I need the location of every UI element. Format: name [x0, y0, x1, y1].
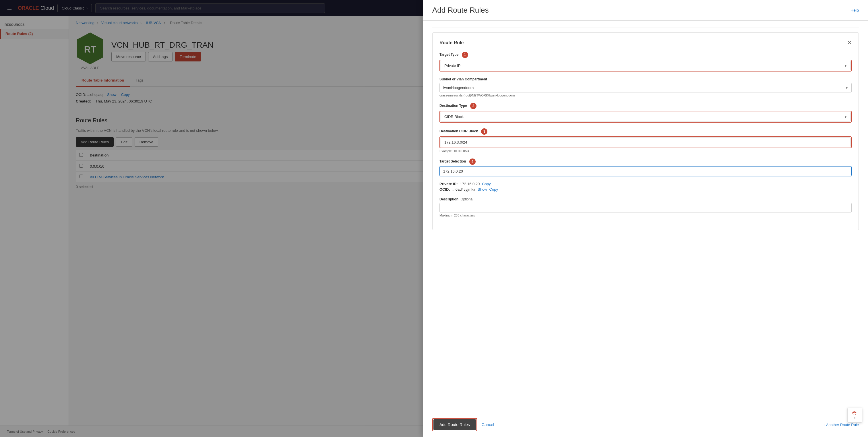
another-route-rule-button[interactable]: + Another Route Rule	[823, 423, 859, 427]
route-rule-card-title: Route Rule ✕	[439, 40, 851, 46]
step-2-badge: 2	[470, 103, 476, 109]
help-widget-dots: ⠿	[854, 416, 856, 420]
subnet-compartment-select[interactable]: IwanHoogendoorn	[439, 83, 851, 92]
destination-cidr-highlight	[439, 136, 851, 148]
add-route-rules-submit-button[interactable]: Add Route Rules	[433, 419, 476, 430]
subnet-compartment-group: Subnet or Vlan Compartment IwanHoogendoo…	[439, 77, 851, 97]
destination-type-select[interactable]: CIDR Block	[441, 112, 850, 121]
subnet-compartment-hint: oraseemeaocids (root)/NETWORK/IwanHoogen…	[439, 94, 851, 97]
help-widget[interactable]: ⛑ ⠿	[847, 408, 862, 423]
target-selection-group: Target Selection 4	[439, 158, 851, 176]
cancel-button[interactable]: Cancel	[482, 423, 494, 427]
step-4-badge: 4	[469, 158, 476, 165]
destination-cidr-label: Destination CIDR Block 3	[439, 128, 851, 135]
step-3-badge: 3	[481, 128, 487, 135]
ocid-info-label: OCID:	[439, 187, 450, 191]
private-ip-value: 172.16.0.20	[460, 182, 480, 186]
private-ip-label: Private IP:	[439, 182, 458, 186]
route-rule-card: Route Rule ✕ Target Type 1 Private IP	[432, 32, 859, 230]
panel-help-link[interactable]: Help	[850, 8, 859, 12]
ocid-copy-link-panel[interactable]: Copy	[489, 187, 498, 191]
ocid-show-link-panel[interactable]: Show	[477, 187, 487, 191]
description-optional: Optional	[460, 197, 473, 201]
destination-type-highlight: CIDR Block	[439, 111, 851, 123]
destination-cidr-hint: Example: 10.0.0.0/24	[439, 149, 851, 153]
destination-type-group: Destination Type 2 CIDR Block	[439, 103, 851, 123]
target-type-label: Target Type 1	[439, 52, 851, 58]
close-rule-button[interactable]: ✕	[847, 40, 851, 46]
target-type-group: Target Type 1 Private IP	[439, 52, 851, 71]
subnet-compartment-label: Subnet or Vlan Compartment	[439, 77, 851, 81]
step-1-badge: 1	[462, 52, 468, 58]
ocid-info-panel: OCID: ...6ad4cyjmka Show Copy	[439, 187, 851, 191]
panel-header: Add Route Rules Help	[423, 0, 868, 21]
description-input[interactable]	[439, 203, 851, 213]
target-type-select[interactable]: Private IP	[441, 61, 850, 70]
destination-type-label: Destination Type 2	[439, 103, 851, 109]
description-label: Description Optional	[439, 197, 851, 201]
target-selection-label: Target Selection 4	[439, 158, 851, 165]
panel-footer-left: Add Route Rules Cancel	[432, 418, 494, 431]
target-type-highlight: Private IP	[439, 60, 851, 71]
target-type-wrapper: Private IP	[441, 61, 850, 70]
subnet-compartment-wrapper: IwanHoogendoorn	[439, 83, 851, 92]
destination-type-wrapper: CIDR Block	[441, 112, 850, 121]
panel-title: Add Route Rules	[432, 6, 489, 14]
help-widget-icon: ⛑	[852, 411, 857, 416]
destination-cidr-input[interactable]	[441, 137, 850, 147]
divider	[432, 28, 859, 28]
panel-footer: Add Route Rules Cancel + Another Route R…	[423, 412, 868, 437]
description-hint: Maximum 255 characters	[439, 214, 851, 217]
add-route-rules-panel: Add Route Rules Help Route Rule ✕ Target…	[423, 0, 868, 437]
target-selection-input[interactable]	[439, 166, 851, 176]
panel-body: Route Rule ✕ Target Type 1 Private IP	[423, 21, 868, 412]
description-group: Description Optional Maximum 255 charact…	[439, 197, 851, 217]
private-ip-info: Private IP: 172.16.0.20 Copy	[439, 182, 851, 186]
ocid-info-value: ...6ad4cyjmka	[453, 187, 475, 191]
private-ip-copy-link[interactable]: Copy	[482, 182, 491, 186]
destination-cidr-group: Destination CIDR Block 3 Example: 10.0.0…	[439, 128, 851, 153]
add-rules-highlight: Add Route Rules	[432, 418, 477, 431]
